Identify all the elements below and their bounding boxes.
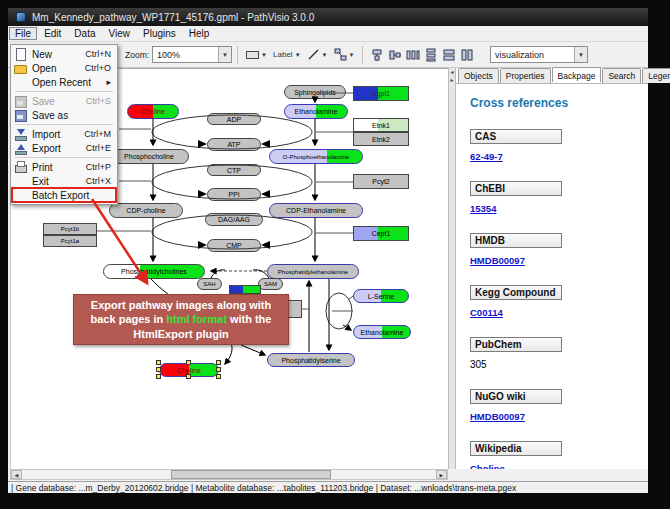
xref-value: Choline	[470, 463, 648, 469]
sidebar-panel: ObjectsPropertiesBackpageSearchLegend Cr…	[456, 68, 648, 469]
datanode-tool-button[interactable]: ▼	[244, 45, 269, 65]
xref-link-wikipedia[interactable]: Choline	[470, 463, 505, 469]
xref-link-nugo-wiki[interactable]: HMDB00097	[470, 411, 525, 422]
menu-bar: FileEditDataViewPluginsHelp	[8, 26, 648, 42]
menu-help[interactable]: Help	[183, 27, 216, 40]
menu-item-shortcut: Ctrl+M	[84, 129, 114, 139]
screenshot-stage: Mm_Kennedy_pathway_WP1771_45176.gpml - P…	[0, 0, 670, 509]
scroll-left-icon[interactable]: ◀	[11, 470, 22, 479]
xref-value: 305	[470, 359, 648, 370]
xref-header-chebi: ChEBI	[470, 181, 562, 196]
chevron-down-icon[interactable]: ▼	[574, 47, 587, 62]
menu-item-label: Open Recent	[32, 77, 106, 88]
xref-link-hmdb[interactable]: HMDB00097	[470, 255, 525, 266]
file-menu-item-open[interactable]: OpenCtrl+O	[12, 61, 116, 75]
menu-file[interactable]: File	[9, 27, 37, 40]
menu-item-shortcut: Ctrl+P	[86, 162, 114, 172]
title-bar[interactable]: Mm_Kennedy_pathway_WP1771_45176.gpml - P…	[8, 8, 648, 26]
xref-link-kegg-compound[interactable]: C00114	[470, 307, 503, 318]
align-center-vertical-button[interactable]	[386, 45, 404, 65]
menu-item-label: Open	[32, 63, 85, 74]
selection-handle[interactable]	[216, 367, 221, 372]
menu-view[interactable]: View	[102, 27, 136, 40]
tab-backpage[interactable]: Backpage	[552, 67, 602, 82]
distribute-horizontal-button[interactable]	[404, 45, 422, 65]
menu-item-label: Export	[32, 143, 86, 154]
line-tool-button[interactable]: ▼	[305, 45, 330, 65]
menu-data[interactable]: Data	[68, 27, 101, 40]
save-as-icon	[14, 109, 27, 121]
cross-references-list: CAS62-49-7ChEBI15354HMDBHMDB00097Kegg Co…	[470, 129, 648, 469]
menu-plugins[interactable]: Plugins	[137, 27, 182, 40]
menu-separator	[15, 91, 113, 92]
chevron-down-icon[interactable]: ▼	[322, 52, 328, 58]
zoom-label: Zoom:	[125, 50, 149, 60]
xref-link-chebi[interactable]: 15354	[470, 203, 496, 214]
match-height-button[interactable]	[458, 45, 476, 65]
match-width-button[interactable]	[440, 45, 458, 65]
chevron-down-icon[interactable]: ▼	[349, 52, 355, 58]
menu-item-label: Import	[32, 129, 84, 140]
xref-header-nugo-wiki: NuGO wiki	[470, 389, 562, 404]
selection-handle[interactable]	[156, 360, 161, 365]
visualization-combobox[interactable]: visualization ▼	[490, 46, 588, 63]
shape-tool-button[interactable]: ▼	[332, 45, 357, 65]
toolbar-separator	[237, 46, 238, 64]
file-menu-item-batch-export[interactable]: Batch Export	[12, 188, 116, 202]
scrollbar-thumb[interactable]	[171, 470, 331, 479]
label-tool-button[interactable]: Label ▼	[271, 45, 303, 65]
empty-icon	[14, 175, 27, 187]
empty-icon	[14, 189, 27, 201]
selection-handle[interactable]	[156, 374, 161, 379]
file-menu-item-print[interactable]: PrintCtrl+P	[12, 160, 116, 174]
align-center-horizontal-icon	[370, 48, 384, 62]
toolbar-separator	[362, 46, 363, 64]
xref-header-hmdb: HMDB	[470, 233, 562, 248]
selection-handle[interactable]	[216, 360, 221, 365]
file-menu-item-export[interactable]: ExportCtrl+E	[12, 141, 116, 155]
xref-header-pubchem: PubChem	[470, 337, 562, 352]
distribute-vertical-button[interactable]	[422, 45, 440, 65]
selection-handle[interactable]	[156, 367, 161, 372]
sidebar-tabs: ObjectsPropertiesBackpageSearchLegend	[458, 68, 670, 83]
chevron-down-icon[interactable]: ▼	[261, 52, 267, 58]
menu-separator	[15, 124, 113, 125]
datanode-icon	[246, 51, 259, 59]
file-menu-item-save[interactable]: SaveCtrl+S	[12, 94, 116, 108]
menu-item-label: Exit	[32, 176, 86, 187]
file-menu-item-save-as[interactable]: Save as	[12, 108, 116, 122]
menu-item-shortcut: Ctrl+E	[86, 143, 114, 153]
pane-divider[interactable]: ◂▸	[448, 68, 456, 469]
menu-item-shortcut: Ctrl+O	[85, 63, 114, 73]
zoom-combobox[interactable]: 100% ▼	[152, 46, 232, 63]
xref-value: HMDB00097	[470, 411, 648, 422]
file-menu-item-exit[interactable]: ExitCtrl+X	[12, 174, 116, 188]
submenu-arrow-icon: ▸	[106, 77, 114, 87]
callout-text-segment: html format	[166, 313, 227, 325]
tab-legend[interactable]: Legend	[642, 68, 670, 83]
tab-search[interactable]: Search	[602, 68, 641, 83]
selection-handle[interactable]	[216, 374, 221, 379]
file-menu-item-open-recent[interactable]: Open Recent▸	[12, 75, 116, 89]
xref-value: HMDB00097	[470, 255, 648, 266]
menu-edit[interactable]: Edit	[38, 27, 67, 40]
menu-item-shortcut: Ctrl+S	[86, 96, 114, 106]
chevron-down-icon[interactable]: ▼	[295, 52, 301, 58]
file-menu-item-new[interactable]: NewCtrl+N	[12, 47, 116, 61]
status-bar: | Gene database: ...m_Derby_20120602.bri…	[8, 481, 648, 493]
backpage-content: Cross references CAS62-49-7ChEBI15354HMD…	[456, 83, 648, 469]
align-center-horizontal-button[interactable]	[368, 45, 386, 65]
menu-item-label: Save as	[32, 110, 111, 121]
tab-objects[interactable]: Objects	[458, 68, 499, 83]
scroll-right-icon[interactable]: ▶	[436, 470, 447, 479]
save-icon	[14, 95, 27, 107]
file-menu-item-import[interactable]: ImportCtrl+M	[12, 127, 116, 141]
selection-handle[interactable]	[186, 360, 191, 365]
tab-properties[interactable]: Properties	[500, 68, 551, 83]
xref-link-cas[interactable]: 62-49-7	[470, 151, 503, 162]
file-menu-popup: NewCtrl+NOpenCtrl+OOpen Recent▸SaveCtrl+…	[10, 44, 118, 205]
chevron-down-icon[interactable]: ▼	[218, 47, 231, 62]
xref-value: C00114	[470, 307, 648, 318]
selection-handle[interactable]	[186, 374, 191, 379]
horizontal-scrollbar[interactable]: ◀ ▶	[10, 469, 448, 480]
